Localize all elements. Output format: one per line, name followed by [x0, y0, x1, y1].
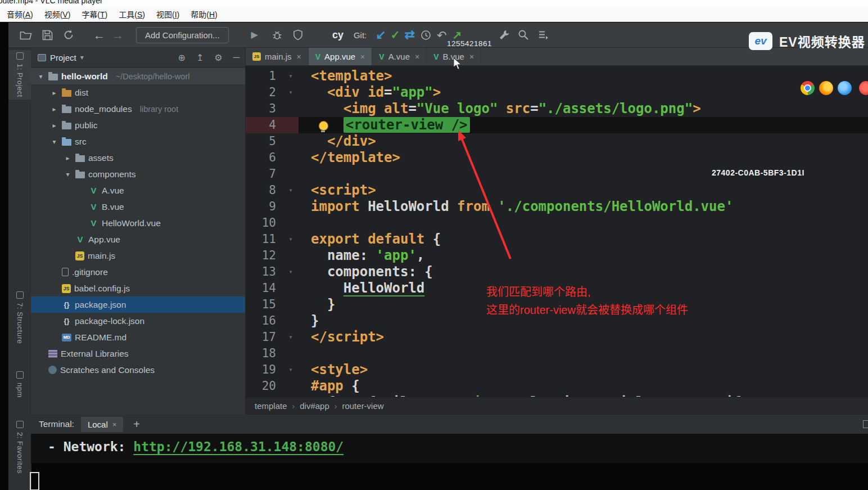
- tree-item-app-vue[interactable]: VApp.vue: [31, 231, 245, 248]
- tree-chevron-icon[interactable]: ▾: [64, 170, 72, 178]
- code-line-20: 20#app {: [246, 378, 868, 394]
- fold-marker-icon[interactable]: ▾: [283, 68, 299, 84]
- tree-item-readme-md[interactable]: MDREADME.md: [31, 329, 245, 345]
- tree-item-package-json[interactable]: {}package.json: [31, 296, 245, 313]
- tree-item-public[interactable]: ▸public: [31, 117, 245, 133]
- terminal-tab-label: Local: [88, 420, 108, 429]
- settings-gear-icon[interactable]: ⚙: [214, 52, 222, 63]
- vlc-window: router.mp4 - VLC media player 音频(A)视频(V)…: [0, 0, 868, 490]
- editor-tab-main-js[interactable]: JSmain.js×: [246, 48, 309, 65]
- tree-item-package-lock-json[interactable]: {}package-lock.json: [31, 313, 245, 329]
- favorites-stripe-icon: [16, 421, 24, 428]
- line-number: 15: [246, 296, 283, 313]
- tree-chevron-icon[interactable]: ▸: [50, 105, 58, 113]
- scratches-icon: [48, 366, 57, 374]
- tree-item-src[interactable]: ▾src: [31, 133, 245, 150]
- git-compare-icon[interactable]: ⇄: [404, 29, 414, 41]
- tree-item-gitignore[interactable]: .gitignore: [31, 264, 245, 280]
- editor-tab-a-vue[interactable]: VA.vue×: [372, 48, 427, 65]
- breadcrumb-item-div-app[interactable]: div#app: [300, 401, 329, 411]
- network-url-link[interactable]: http://192.168.31.148:8080/: [133, 439, 343, 454]
- tree-item-a-vue[interactable]: VA.vue: [31, 182, 245, 199]
- code-text: </template>: [299, 150, 400, 166]
- stripe-tab-project[interactable]: 1: Project: [8, 50, 31, 100]
- tab-close-icon[interactable]: ×: [469, 52, 474, 61]
- tree-item-components[interactable]: ▾components: [31, 166, 245, 182]
- fold-marker-icon[interactable]: ▾: [283, 264, 299, 280]
- stripe-tab-structure[interactable]: 7: Structure: [8, 291, 31, 344]
- coverage-icon[interactable]: [293, 29, 303, 41]
- tree-item-helloworld-vue[interactable]: VHelloWorld.vue: [31, 215, 245, 231]
- tab-close-icon[interactable]: ×: [415, 52, 419, 61]
- undo-icon[interactable]: ↶: [437, 29, 447, 41]
- breadcrumb-item-router-view[interactable]: router-view: [342, 401, 383, 411]
- chrome-icon[interactable]: [801, 81, 815, 95]
- firefox-icon[interactable]: [819, 81, 833, 95]
- wrench-icon[interactable]: [499, 29, 510, 41]
- fold-gutter: [283, 150, 299, 166]
- terminal-tab-local[interactable]: Local×: [81, 417, 123, 432]
- terminal-options-icon[interactable]: [863, 420, 868, 428]
- chevron-down-icon[interactable]: ▾: [80, 53, 84, 61]
- fold-marker-icon[interactable]: ▾: [283, 84, 299, 101]
- code-text: <style>: [299, 362, 368, 378]
- fold-marker-icon[interactable]: ▾: [283, 182, 299, 199]
- run-icon[interactable]: ▶: [251, 30, 258, 39]
- git-commit-icon[interactable]: ✓: [391, 29, 400, 41]
- tree-item-b-vue[interactable]: VB.vue: [31, 199, 245, 215]
- fold-marker-icon[interactable]: ▾: [283, 329, 299, 345]
- json-file-icon: {}: [62, 317, 71, 325]
- save-all-icon[interactable]: [42, 30, 53, 41]
- tab-close-icon[interactable]: ×: [112, 420, 117, 429]
- vlc-menu-i[interactable]: 视图(I): [151, 7, 185, 21]
- code-text: export default {: [299, 231, 441, 248]
- vlc-menu-s[interactable]: 工具(S): [113, 7, 151, 21]
- locate-file-icon[interactable]: ⊕: [178, 52, 186, 63]
- editor-tab-app-vue[interactable]: VApp.vue×: [309, 48, 373, 65]
- tree-chevron-icon[interactable]: ▾: [37, 73, 45, 80]
- intention-bulb-icon[interactable]: [319, 121, 328, 131]
- tree-item-node-modules[interactable]: ▸node_moduleslibrary root: [31, 101, 245, 117]
- collapse-all-icon[interactable]: ↥: [196, 52, 204, 63]
- history-icon[interactable]: [421, 30, 431, 41]
- fold-gutter: [283, 345, 299, 362]
- tree-item-dist[interactable]: ▸dist: [31, 84, 245, 101]
- tree-item-scratches-and-consoles[interactable]: Scratches and Consoles: [31, 362, 245, 378]
- forward-icon[interactable]: →: [112, 29, 124, 41]
- tree-chevron-icon[interactable]: ▸: [64, 154, 72, 162]
- stripe-tab-npm[interactable]: npm: [8, 371, 31, 398]
- sync-icon[interactable]: [63, 29, 74, 41]
- git-update-icon[interactable]: ↙: [376, 29, 386, 41]
- new-terminal-icon[interactable]: +: [133, 418, 140, 431]
- tree-chevron-icon[interactable]: ▸: [50, 89, 58, 97]
- open-icon[interactable]: [20, 30, 32, 40]
- tab-close-icon[interactable]: ×: [297, 52, 301, 61]
- stripe-tab-favorites[interactable]: 2: Favorites: [8, 421, 31, 474]
- tree-chevron-icon[interactable]: ▾: [50, 138, 58, 146]
- git-push-icon[interactable]: ↗: [453, 29, 462, 41]
- vlc-menu-t[interactable]: 字幕(T): [76, 7, 113, 21]
- fold-marker-icon[interactable]: ▾: [283, 362, 299, 378]
- vlc-menu-v[interactable]: 视频(V): [39, 7, 76, 21]
- tree-item-hello-world[interactable]: ▾hello-world~/Desktop/hello-worl: [31, 68, 245, 84]
- tool-windows-icon[interactable]: [538, 30, 549, 40]
- hide-panel-icon[interactable]: ─: [233, 52, 239, 62]
- tree-item-assets[interactable]: ▸assets: [31, 150, 245, 166]
- tree-item-babel-config-js[interactable]: JSbabel.config.js: [31, 280, 245, 296]
- tree-chevron-icon[interactable]: ▸: [50, 122, 58, 129]
- vlc-menu-h[interactable]: 帮助(H): [185, 7, 223, 21]
- debug-icon[interactable]: [272, 29, 283, 41]
- vlc-menu-a[interactable]: 音频(A): [1, 7, 39, 21]
- breadcrumb-item-template[interactable]: template: [255, 401, 287, 411]
- fold-marker-icon[interactable]: ▾: [283, 231, 299, 248]
- tree-item-external-libraries[interactable]: External Libraries: [31, 345, 245, 362]
- add-configuration-button[interactable]: Add Configuration...: [136, 27, 229, 43]
- tab-close-icon[interactable]: ×: [360, 52, 365, 61]
- back-icon[interactable]: ←: [93, 29, 105, 41]
- tree-item-main-js[interactable]: JSmain.js: [31, 248, 245, 264]
- project-panel-title[interactable]: Project: [50, 53, 76, 62]
- search-everywhere-icon[interactable]: [518, 29, 529, 41]
- tree-item-label: App.vue: [88, 235, 120, 245]
- stream-number-watermark: 1255421861: [447, 39, 492, 48]
- ie-browser-icon[interactable]: [838, 81, 852, 95]
